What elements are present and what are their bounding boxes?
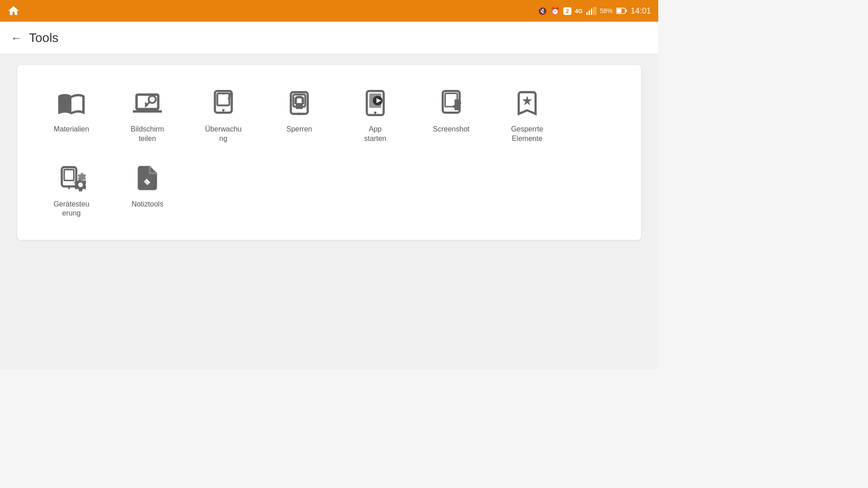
svg-rect-0 bbox=[586, 12, 588, 15]
svg-rect-16 bbox=[296, 103, 303, 109]
status-bar-left bbox=[7, 5, 20, 17]
battery-percent: 58% bbox=[600, 7, 613, 14]
status-bar: 🔇 ⏰ 2 4G 58% 14:01 bbox=[0, 0, 658, 22]
svg-point-19 bbox=[374, 112, 376, 114]
book-icon bbox=[55, 87, 88, 119]
tool-screenshot[interactable]: Screenshot bbox=[415, 80, 487, 151]
app-launch-icon bbox=[359, 87, 392, 119]
battery-icon bbox=[616, 7, 627, 14]
locked-items-icon bbox=[511, 87, 543, 119]
signal-icon bbox=[586, 7, 596, 15]
tool-app-starten-label: Appstarten bbox=[364, 125, 387, 144]
svg-rect-2 bbox=[591, 9, 592, 15]
tool-ueberwachung-label: Überwachung bbox=[205, 125, 242, 144]
svg-rect-3 bbox=[593, 7, 594, 15]
back-button[interactable]: ← bbox=[11, 32, 22, 44]
tool-materialien-label: Materialien bbox=[54, 125, 89, 134]
tools-card: Materialien Bildschirmteilen bbox=[17, 65, 641, 240]
screen-share-icon bbox=[131, 87, 164, 119]
svg-marker-24 bbox=[522, 96, 532, 105]
tool-screenshot-label: Screenshot bbox=[433, 125, 470, 134]
network-4g: 4G bbox=[575, 8, 583, 14]
home-icon bbox=[7, 5, 20, 17]
svg-point-13 bbox=[229, 93, 231, 95]
title-bar: ← Tools bbox=[0, 22, 658, 54]
svg-line-9 bbox=[147, 101, 151, 104]
svg-rect-7 bbox=[625, 9, 627, 12]
tool-app-starten[interactable]: Appstarten bbox=[339, 80, 411, 151]
tool-sperren[interactable]: Sperren bbox=[263, 80, 335, 151]
svg-point-27 bbox=[68, 187, 70, 189]
device-control-icon bbox=[55, 162, 88, 194]
screenshot-icon bbox=[435, 87, 467, 119]
mute-icon: 🔇 bbox=[538, 7, 547, 15]
svg-rect-4 bbox=[595, 7, 596, 15]
notification-badge: 2 bbox=[563, 7, 571, 15]
tool-bildschirm-teilen-label: Bildschirmteilen bbox=[131, 125, 164, 144]
tools-grid: Materialien Bildschirmteilen bbox=[35, 80, 623, 225]
svg-rect-6 bbox=[617, 9, 621, 13]
tool-gesperrte-elemente-label: GesperrteElemente bbox=[511, 125, 543, 144]
status-time: 14:01 bbox=[631, 6, 651, 16]
svg-rect-1 bbox=[589, 10, 590, 15]
note-icon bbox=[131, 162, 164, 194]
page-title: Tools bbox=[29, 31, 58, 45]
main-content: Materialien Bildschirmteilen bbox=[0, 54, 658, 369]
svg-point-12 bbox=[222, 109, 224, 111]
lock-icon bbox=[283, 87, 316, 119]
tool-gesperrte-elemente[interactable]: GesperrteElemente bbox=[491, 80, 563, 151]
tool-bildschirm-teilen[interactable]: Bildschirmteilen bbox=[111, 80, 184, 151]
svg-rect-26 bbox=[64, 169, 74, 180]
tool-notiztools[interactable]: Notiztools bbox=[111, 155, 184, 226]
tool-sperren-label: Sperren bbox=[287, 125, 312, 134]
tool-notiztools-label: Notiztools bbox=[132, 200, 163, 209]
tool-ueberwachung[interactable]: Überwachung bbox=[187, 80, 259, 151]
svg-point-17 bbox=[298, 113, 300, 115]
tool-geraetesteuerung-label: Gerätesteuerung bbox=[53, 200, 89, 219]
svg-rect-11 bbox=[217, 94, 230, 106]
tool-materialien[interactable]: Materialien bbox=[35, 80, 108, 151]
status-bar-right: 🔇 ⏰ 2 4G 58% 14:01 bbox=[538, 6, 651, 16]
tool-geraetesteuerung[interactable]: Gerätesteuerung bbox=[35, 155, 108, 226]
alarm-icon: ⏰ bbox=[551, 7, 560, 15]
monitoring-icon bbox=[207, 87, 240, 119]
